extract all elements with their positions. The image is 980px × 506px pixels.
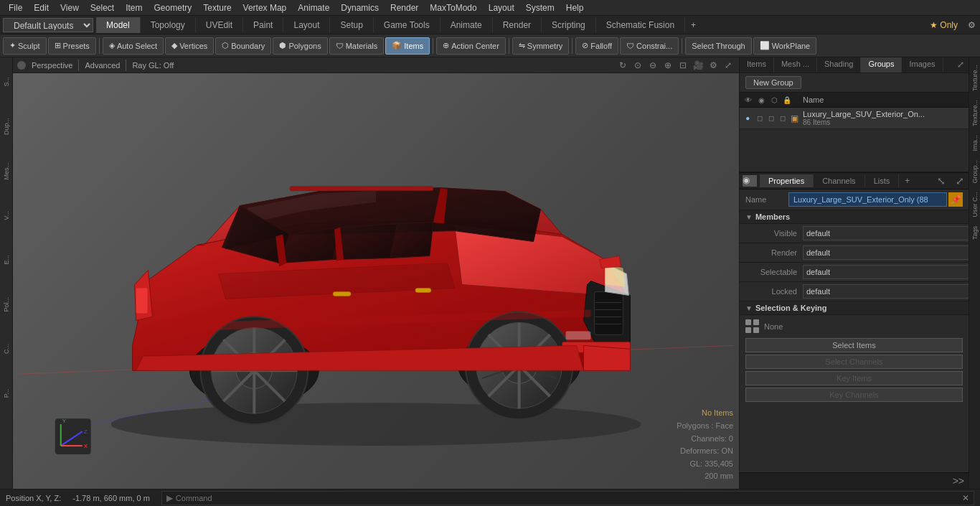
re-tab-texture2[interactable]: Texture... (970, 95, 980, 131)
sidebar-item-2[interactable]: Mes... (1, 149, 12, 192)
menu-help[interactable]: Help (560, 1, 590, 14)
key-channels-button[interactable]: Key Channels (745, 388, 963, 402)
nav-icon-frame[interactable]: ⊡ (677, 59, 689, 72)
action-center-button[interactable]: ⊕ Action Center (436, 37, 506, 55)
re-tab-texture1[interactable]: Texture... (970, 60, 980, 95)
menu-layout[interactable]: Layout (483, 1, 520, 14)
pin-icon[interactable]: 📌 (948, 192, 963, 207)
constrai-button[interactable]: 🛡 Constrai... (620, 37, 679, 55)
sidebar-item-6[interactable]: C... (1, 327, 12, 370)
nav-icon-cam[interactable]: 🎥 (692, 59, 705, 72)
work-plane-button[interactable]: ⬜ WorkPlane (753, 37, 817, 55)
auto-select-button[interactable]: ◈ Auto Select (103, 37, 164, 55)
menu-file[interactable]: File (3, 1, 28, 14)
viewport[interactable]: Z X Y No Items Polygons : Face Channels:… (13, 73, 739, 489)
menu-vertex-map[interactable]: Vertex Map (237, 1, 293, 14)
falloff-button[interactable]: ⊘ Falloff (575, 37, 618, 55)
items-button[interactable]: 📦 Items (385, 37, 430, 55)
rp-expand-icon[interactable]: ⤢ (953, 57, 969, 72)
locked-select[interactable]: default (803, 284, 969, 299)
selectable-select[interactable]: default (803, 265, 969, 279)
select-channels-button[interactable]: Select Channels (745, 355, 963, 369)
re-tab-user-c[interactable]: User C... (970, 187, 980, 222)
render-select[interactable]: default (803, 245, 969, 260)
members-section-header[interactable]: ▼ Members (740, 210, 969, 224)
layout-dropdown[interactable]: Default Layouts (3, 18, 93, 32)
sidebar-item-1[interactable]: Dup... (1, 105, 12, 148)
sidebar-item-0[interactable]: S... (1, 60, 12, 103)
sidebar-item-5[interactable]: Pol... (1, 283, 12, 326)
tab-game-tools[interactable]: Game Tools (374, 17, 440, 33)
visible-select[interactable]: default (803, 226, 969, 240)
prop-tab-lists[interactable]: Lists (865, 174, 900, 187)
prop-expand-icon2[interactable]: ⤢ (951, 174, 969, 188)
menu-animate[interactable]: Animate (292, 1, 335, 14)
advanced-label: Advanced (85, 61, 120, 70)
new-group-button[interactable]: New Group (745, 76, 801, 89)
menu-maxtomodo[interactable]: MaxToModo (424, 1, 482, 14)
tab-setup[interactable]: Setup (330, 17, 373, 33)
locked-select-wrapper: default (803, 284, 969, 299)
tab-scripting[interactable]: Scripting (542, 17, 596, 33)
tab-render[interactable]: Render (493, 17, 542, 33)
symmetry-button[interactable]: ⇋ Symmetry (512, 37, 570, 55)
nav-icon-settings[interactable]: ⚙ (707, 59, 720, 72)
tab-paint[interactable]: Paint (243, 17, 283, 33)
tab-animate[interactable]: Animate (440, 17, 493, 33)
menu-texture[interactable]: Texture (197, 1, 237, 14)
group-list-item-0[interactable]: ● ◻ ◻ ◻ ▣ Luxury_Large_SUV_Exterior_On..… (740, 108, 969, 129)
re-tab-group[interactable]: Group... (970, 156, 980, 188)
re-tab-tags[interactable]: Tags (970, 222, 980, 244)
prop-expand-icon[interactable]: ⤡ (933, 174, 950, 188)
select-through-button[interactable]: Select Through (685, 37, 751, 55)
sel-keying-header[interactable]: ▼ Selection & Keying (740, 301, 969, 315)
tab-plus[interactable]: + (685, 17, 702, 33)
sculpt-button[interactable]: ✦ Sculpt (3, 37, 47, 55)
prop-tab-channels[interactable]: Channels (814, 174, 864, 187)
menu-select[interactable]: Select (85, 1, 120, 14)
visible-row: Visible default ▾ (740, 224, 969, 243)
nav-icon-rotate[interactable]: ↻ (616, 59, 629, 72)
nav-icon-expand[interactable]: ⤢ (722, 59, 735, 72)
tab-schematic-fusion[interactable]: Schematic Fusion (596, 17, 685, 33)
nav-icon-zoom-out[interactable]: ⊖ (646, 59, 659, 72)
menu-view[interactable]: View (55, 1, 85, 14)
name-input[interactable] (788, 192, 947, 207)
sidebar-item-4[interactable]: E... (1, 238, 12, 281)
rp-tab-shading[interactable]: Shading (817, 57, 861, 72)
prop-tab-plus[interactable]: + (899, 174, 915, 188)
tab-topology[interactable]: Topology (141, 17, 196, 33)
rp-tab-groups[interactable]: Groups (861, 57, 902, 72)
prop-tab-properties[interactable]: Properties (760, 174, 814, 187)
key-items-button[interactable]: Key Items (745, 371, 963, 385)
menu-edit[interactable]: Edit (28, 1, 55, 14)
sidebar-item-3[interactable]: V... (1, 194, 12, 237)
rp-tab-images[interactable]: Images (902, 57, 943, 72)
rp-tab-items[interactable]: Items (740, 57, 774, 72)
menu-render[interactable]: Render (385, 1, 424, 14)
nav-icon-zoom-in[interactable]: ⊕ (661, 59, 674, 72)
command-input[interactable] (176, 494, 959, 502)
cmd-clear-btn[interactable]: ✕ (962, 493, 969, 503)
tab-uvedit[interactable]: UVEdit (196, 17, 243, 33)
menu-system[interactable]: System (520, 1, 560, 14)
menu-geometry[interactable]: Geometry (149, 1, 198, 14)
viewport-dot (17, 61, 26, 70)
sidebar-item-7[interactable]: P... (1, 372, 12, 415)
panel-expand-btn[interactable]: >> (953, 475, 964, 487)
presets-button[interactable]: ⊞ Presets (48, 37, 96, 55)
tab-model[interactable]: Model (96, 17, 141, 33)
menu-item[interactable]: Item (120, 1, 148, 14)
menu-dynamics[interactable]: Dynamics (335, 1, 385, 14)
vertices-button[interactable]: ◆ Vertices (165, 37, 214, 55)
polygons-button[interactable]: ⬢ Polygons (273, 37, 327, 55)
materials-button[interactable]: 🛡 Materials (329, 37, 385, 55)
boundary-button[interactable]: ⬡ Boundary (215, 37, 271, 55)
prop-collapse-icon[interactable]: ◉ (743, 175, 757, 187)
tab-layout[interactable]: Layout (283, 17, 330, 33)
nav-icon-orbit[interactable]: ⊙ (631, 59, 644, 72)
re-tab-ima[interactable]: Ima... (970, 131, 980, 156)
settings-icon[interactable]: ⚙ (963, 17, 980, 33)
rp-tab-mesh[interactable]: Mesh ... (774, 57, 817, 72)
select-items-button[interactable]: Select Items (745, 338, 963, 352)
